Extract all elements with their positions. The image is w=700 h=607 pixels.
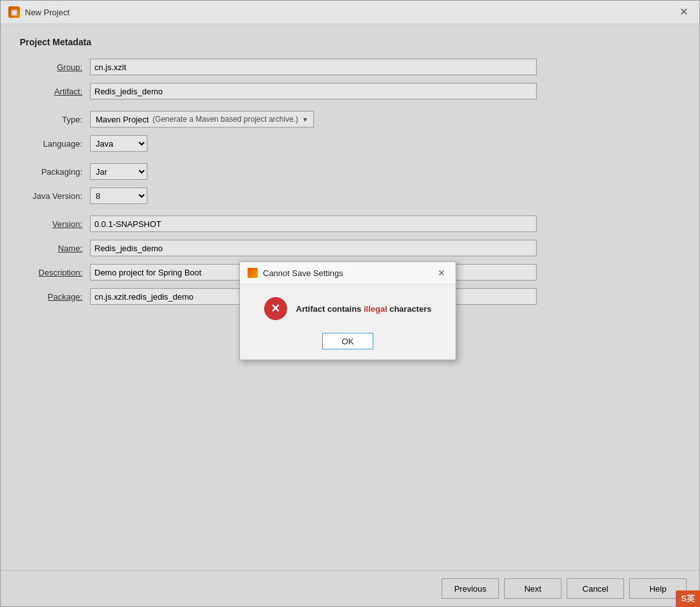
modal-app-icon	[248, 268, 258, 278]
modal-content-row: ✕ Artifact contains illegal characters	[250, 297, 445, 320]
modal-title-left: Cannot Save Settings	[248, 268, 343, 278]
modal-title-bar: Cannot Save Settings ✕	[240, 262, 456, 284]
modal-close-button[interactable]: ✕	[435, 267, 448, 279]
error-icon: ✕	[264, 297, 287, 320]
cannot-save-dialog: Cannot Save Settings ✕ ✕ Artifact contai…	[239, 261, 456, 360]
modal-title: Cannot Save Settings	[263, 268, 343, 278]
modal-message: Artifact contains illegal characters	[296, 304, 431, 314]
modal-body: ✕ Artifact contains illegal characters O…	[240, 284, 456, 360]
modal-overlay: Cannot Save Settings ✕ ✕ Artifact contai…	[0, 0, 700, 607]
modal-ok-button[interactable]: OK	[322, 333, 373, 349]
